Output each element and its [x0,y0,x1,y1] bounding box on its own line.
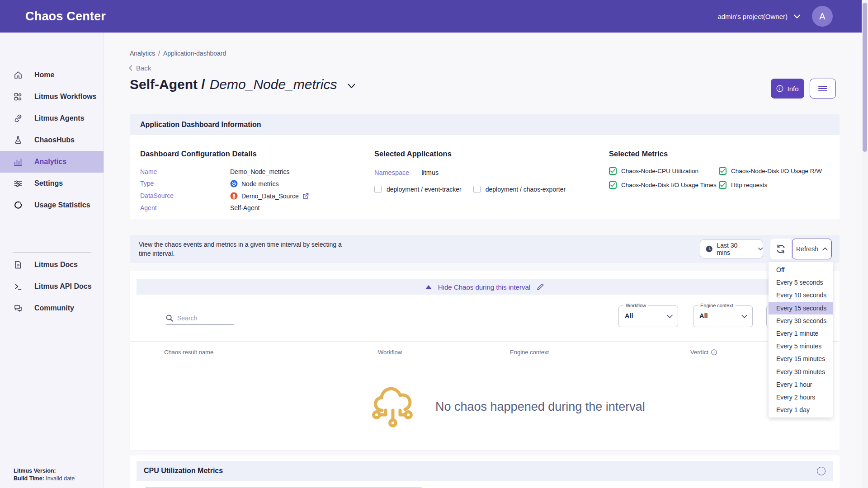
empty-state: No chaos happened during the interval [372,385,645,428]
external-link-icon[interactable] [302,193,309,199]
sidebar-item-home[interactable]: Home [0,64,104,86]
breadcrumb-application-dashboard: Application-dashboard [163,50,226,57]
build-time-value: Invalid date [46,475,75,482]
selected-applications: Selected Applications Namespace litmus d… [374,150,566,193]
refresh-option-30m[interactable]: Every 30 minutes [769,366,833,378]
sidebar-item-label: Usage Statistics [34,201,90,209]
refresh-option-15s[interactable]: Every 15 seconds [769,302,833,314]
settings-icon [14,179,23,188]
breadcrumb-analytics[interactable]: Analytics [130,50,155,57]
metric-checkbox-http-requests[interactable]: Http requests [719,181,822,189]
checkbox-unchecked[interactable] [374,186,382,193]
hide-chaos-toggle[interactable]: Hide Chaos during this interval [137,279,833,295]
chevron-down-icon [794,14,800,19]
page-title-dashboard: Demo_Node_metrics [210,77,337,92]
collapse-triangle-icon [425,285,432,289]
namespace-value: litmus [421,169,439,176]
config-value-agent: Self-Agent [230,204,309,211]
version-label: Litmus Version: [14,468,56,474]
config-label-agent: Agent [140,204,230,211]
scrollbar-thumb[interactable] [863,3,867,152]
refresh-option-1m[interactable]: Every 1 minute [769,327,833,340]
cpu-utilization-card: CPU Utilization Metrics − [130,455,840,488]
node-metrics-icon [230,180,238,188]
metric-checkbox-cpu-utilization[interactable]: Chaos-Node-CPU Utilization [609,167,719,175]
home-icon [14,70,23,80]
cloud-network-icon [372,385,414,428]
chevron-down-icon [667,314,673,319]
sidebar-item-label: Home [34,71,54,79]
config-label-name: Name [140,168,230,175]
sidebar-item-usage-statistics[interactable]: Usage Statistics [0,194,104,216]
avatar[interactable]: A [812,6,833,27]
sidebar-footer: Litmus Version: Build Time: Invalid date [14,467,75,483]
sidebar-item-label: Litmus Docs [34,261,78,269]
sidebar-item-litmus-workflows[interactable]: Litmus Workflows [0,86,104,108]
application-checkbox-chaos-exporter[interactable]: deployment / chaos-exporter [473,186,566,193]
checkbox-checked[interactable] [609,167,617,175]
sidebar-item-litmus-docs[interactable]: Litmus Docs [0,254,104,276]
sidebar-item-community[interactable]: Community [0,297,104,319]
verdict-info-icon[interactable] [711,349,717,355]
refresh-option-15m[interactable]: Every 15 minutes [769,352,833,365]
page-scrollbar[interactable] [862,0,868,488]
title-chevron-down-icon[interactable] [348,84,355,89]
checkbox-unchecked[interactable] [473,186,481,193]
workflow-filter[interactable]: Workflow All [618,305,678,327]
prometheus-icon [230,192,238,200]
time-interval-bar: View the chaos events and metrics in a g… [130,235,840,263]
sidebar-item-litmus-api-docs[interactable]: Litmus API Docs [0,276,104,297]
column-workflow: Workflow [378,349,402,356]
panel-title: Application Dashboard Information [130,114,840,135]
sidebar-item-label: Litmus Workflows [34,93,97,101]
metric-checkbox-disk-io-times[interactable]: Chaos-Node-Disk I/O Usage Times [609,181,719,189]
engine-context-filter[interactable]: Engine context All [693,305,753,327]
agents-icon [14,114,23,123]
refresh-now-button[interactable] [770,239,791,259]
search-box [166,314,234,325]
config-label-type: Type [140,180,230,188]
usage-statistics-icon [14,201,23,210]
refresh-option-30s[interactable]: Every 30 seconds [769,314,833,327]
back-button[interactable]: Back [129,64,151,72]
project-switcher[interactable]: admin's project(Owner) [717,13,800,20]
refresh-option-1d[interactable]: Every 1 day [769,404,833,416]
metric-checkbox-disk-io-rw[interactable]: Chaos-Node-Disk I/O Usage R/W [719,167,822,175]
sidebar-item-settings[interactable]: Settings [0,173,104,194]
refresh-option-5m[interactable]: Every 5 minutes [769,340,833,352]
refresh-option-5s[interactable]: Every 5 seconds [769,276,833,289]
collapse-section-button[interactable]: − [817,467,826,475]
sidebar-item-chaoshubs[interactable]: ChaosHubs [0,129,104,151]
sidebar-item-label: Litmus Agents [34,114,85,122]
refresh-option-1h[interactable]: Every 1 hour [769,378,833,391]
empty-message: No chaos happened during the interval [435,400,645,414]
application-checkbox-event-tracker[interactable]: deployment / event-tracker [374,186,462,193]
refresh-option-off[interactable]: Off [769,263,833,276]
dashboard-menu-button[interactable] [810,79,836,99]
edit-pencil-icon[interactable] [537,283,544,291]
refresh-rate-dropdown[interactable]: Refresh [792,239,832,259]
divider [130,341,840,342]
refresh-option-10s[interactable]: Every 10 seconds [769,289,833,301]
metrics-title: Selected Metrics [609,150,822,158]
sidebar-divider [13,252,91,253]
checkbox-checked[interactable] [719,181,726,189]
refresh-option-2h[interactable]: Every 2 hours [769,391,833,404]
chaoshubs-icon [14,136,23,145]
page-title: Self-Agent / Demo_Node_metrics [130,77,355,92]
sidebar-item-analytics[interactable]: Analytics [0,151,104,173]
dashboard-configuration-details: Dashboard Configuration Details Name Dem… [140,150,309,211]
sidebar-item-label: Litmus API Docs [34,282,92,291]
community-icon [14,304,23,313]
checkbox-checked[interactable] [609,181,617,189]
column-verdict: Verdict [690,349,717,356]
hamburger-icon [818,85,828,92]
refresh-icon [775,244,786,254]
time-range-select[interactable]: Last 30 mins [700,239,763,258]
checkbox-checked[interactable] [719,167,726,175]
project-label: admin's project(Owner) [717,13,788,20]
search-input[interactable] [177,314,227,322]
sidebar-item-litmus-agents[interactable]: Litmus Agents [0,108,104,129]
config-label-datasource: DataSource [140,192,230,200]
info-button[interactable]: Info [771,79,804,99]
